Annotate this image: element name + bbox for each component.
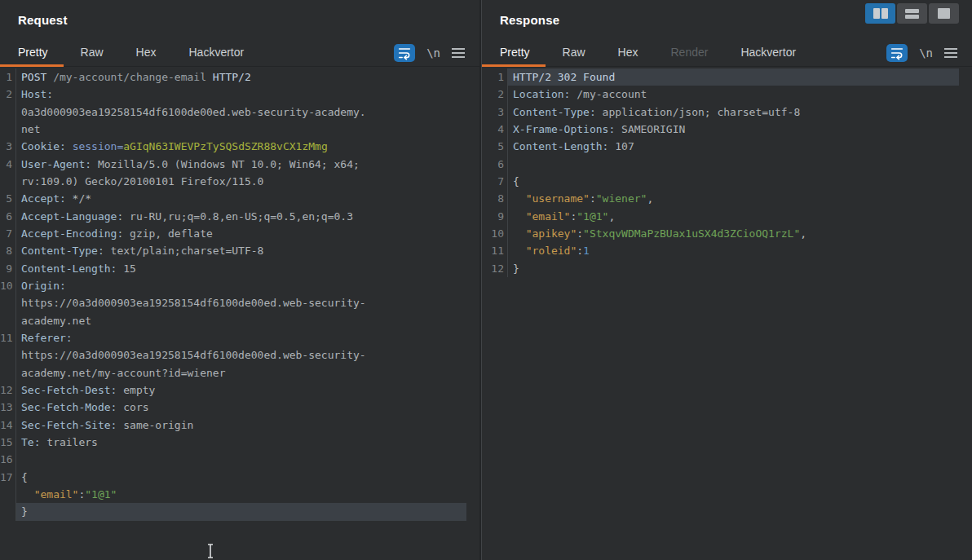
code-row: 16 (0, 451, 479, 468)
show-newlines-icon[interactable]: \n (426, 46, 440, 60)
request-tab-pretty[interactable]: Pretty (18, 39, 48, 66)
code-row: "email":"1@1" (0, 486, 479, 503)
line-number: 8 (0, 242, 16, 259)
request-tab-hex[interactable]: Hex (136, 39, 157, 66)
line-number (0, 173, 16, 190)
code-line (508, 156, 959, 173)
line-number: 6 (482, 156, 508, 173)
code-row: 13Sec-Fetch-Mode: cors (0, 399, 479, 416)
code-row: rv:109.0) Gecko/20100101 Firefox/115.0 (0, 173, 479, 190)
menu-icon[interactable] (944, 48, 957, 58)
response-tab-hackvertor[interactable]: Hackvertor (740, 39, 796, 66)
request-panel: Request PrettyRawHexHackvertor \n 1POST … (0, 0, 481, 560)
word-wrap-icon[interactable] (886, 44, 908, 62)
request-editor-controls: \n (394, 44, 479, 62)
code-row: 7{ (482, 173, 972, 190)
code-line: Content-Length: 107 (508, 138, 959, 155)
code-line: academy.net (16, 312, 466, 329)
code-line: Origin: (16, 277, 466, 294)
code-row: 4X-Frame-Options: SAMEORIGIN (482, 121, 972, 138)
layout-rows-button[interactable] (897, 3, 927, 24)
line-number: 14 (0, 417, 16, 434)
code-line: "apikey":"StxqvWDMaPzBUax1uSX4d3ZCioOQ1r… (508, 225, 959, 242)
code-line: X-Frame-Options: SAMEORIGIN (508, 121, 959, 138)
code-row: 1HTTP/2 302 Found (482, 68, 972, 86)
line-number: 12 (0, 381, 16, 399)
code-line: POST /my-account/change-email HTTP/2 (16, 68, 466, 86)
code-line: Te: trailers (16, 434, 466, 451)
response-tab-pretty[interactable]: Pretty (500, 39, 530, 66)
code-row: 1POST /my-account/change-email HTTP/2 (0, 68, 479, 86)
code-row: 8Content-Type: text/plain;charset=UTF-8 (0, 242, 479, 259)
code-line: Content-Length: 15 (16, 260, 466, 277)
code-line: Content-Type: application/json; charset=… (508, 104, 959, 121)
code-row: 11Referer: (0, 329, 479, 346)
request-tab-hackvertor[interactable]: Hackvertor (189, 39, 245, 66)
request-tab-raw[interactable]: Raw (81, 39, 104, 66)
menu-icon[interactable] (452, 48, 465, 58)
line-number (0, 312, 16, 329)
code-row: } (0, 503, 479, 520)
line-number (0, 104, 16, 121)
response-tab-bar: PrettyRawHexRenderHackvertor \n (482, 39, 972, 67)
code-row: 12} (482, 260, 972, 277)
line-number (0, 503, 16, 520)
code-line: Accept-Encoding: gzip, deflate (16, 225, 466, 242)
line-number: 3 (482, 104, 508, 121)
code-line: academy.net/my-account?id=wiener (16, 364, 466, 381)
code-line: "roleid":1 (508, 242, 959, 259)
code-row: 11 "roleid":1 (482, 242, 972, 259)
code-line: Host: (16, 86, 466, 103)
line-number: 6 (0, 208, 16, 225)
burp-message-viewer: Request PrettyRawHexHackvertor \n 1POST … (0, 0, 972, 560)
line-number: 15 (0, 434, 16, 451)
code-line: { (508, 173, 959, 190)
code-line: Sec-Fetch-Mode: cors (16, 399, 466, 416)
line-number: 9 (482, 208, 508, 225)
word-wrap-icon[interactable] (394, 44, 415, 62)
line-number (0, 346, 16, 364)
code-line: net (16, 121, 466, 138)
code-row: 6 (482, 156, 972, 173)
line-number: 12 (482, 260, 508, 277)
line-number: 10 (0, 277, 16, 294)
line-number: 2 (0, 86, 16, 103)
response-editor[interactable]: 1HTTP/2 302 Found2Location: /my-account3… (482, 67, 972, 560)
code-line: Accept: */* (16, 190, 466, 207)
code-line: https://0a3d000903ea19258154df6100de00ed… (16, 294, 466, 311)
line-number: 4 (0, 156, 16, 173)
show-newlines-icon[interactable]: \n (919, 46, 933, 60)
response-tab-raw[interactable]: Raw (563, 39, 585, 66)
code-row: academy.net/my-account?id=wiener (0, 364, 479, 381)
line-number: 2 (482, 86, 508, 103)
code-line: https://0a3d000903ea19258154df6100de00ed… (16, 346, 466, 364)
code-row: 3Cookie: session=aGIqN63IWEVPzTySQSdSZR8… (0, 138, 479, 155)
code-line: HTTP/2 302 Found (508, 68, 959, 86)
line-number (0, 486, 16, 503)
line-number (0, 294, 16, 311)
code-row: 4User-Agent: Mozilla/5.0 (Windows NT 10.… (0, 156, 479, 173)
line-number (0, 364, 16, 381)
code-line: { (16, 469, 466, 486)
code-row: 3Content-Type: application/json; charset… (482, 104, 972, 121)
response-panel-title: Response (500, 13, 559, 27)
request-editor[interactable]: 1POST /my-account/change-email HTTP/22Ho… (0, 67, 479, 560)
code-line: rv:109.0) Gecko/20100101 Firefox/115.0 (16, 173, 466, 190)
code-row: https://0a3d000903ea19258154df6100de00ed… (0, 346, 479, 364)
request-tabs: PrettyRawHexHackvertor (18, 39, 276, 66)
layout-columns-button[interactable] (865, 3, 895, 24)
response-tab-hex[interactable]: Hex (618, 39, 638, 66)
line-number: 7 (482, 173, 508, 190)
line-number: 7 (0, 225, 16, 242)
code-line: Cookie: session=aGIqN63IWEVPzTySQSdSZR88… (16, 138, 466, 155)
line-number: 11 (0, 329, 16, 346)
code-row: 17{ (0, 469, 479, 486)
line-number: 1 (482, 68, 508, 86)
code-line (16, 451, 466, 468)
layout-single-button[interactable] (929, 3, 959, 24)
code-line: Referer: (16, 329, 466, 346)
line-number: 5 (0, 190, 16, 207)
response-panel: Response PrettyRawHexRenderHackvertor \n… (481, 0, 972, 560)
code-line: Content-Type: text/plain;charset=UTF-8 (16, 242, 466, 259)
code-row: 0a3d000903ea19258154df6100de00ed.web-sec… (0, 104, 479, 121)
